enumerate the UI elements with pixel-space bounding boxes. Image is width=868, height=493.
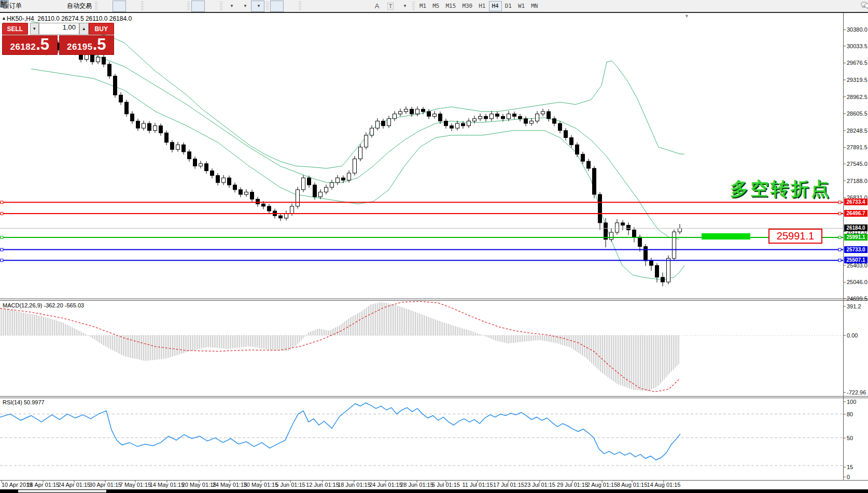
price-tick-label: 27545.0 <box>847 161 867 167</box>
fibonacci-button[interactable]: F <box>357 1 370 12</box>
toolbar-grip[interactable] <box>266 2 269 11</box>
autotrade-button[interactable]: 自动交易 <box>64 1 93 12</box>
new-chart-button[interactable]: ▼ <box>224 1 237 12</box>
candlestick-button[interactable] <box>113 1 126 12</box>
chevron-down-icon: ▼ <box>257 4 261 8</box>
line-chart-button[interactable] <box>126 1 139 12</box>
template-button[interactable]: ▼ <box>251 1 264 12</box>
zoom-out-button[interactable] <box>159 1 172 12</box>
profile-button[interactable] <box>37 1 50 12</box>
toolbar-grip[interactable] <box>220 2 222 11</box>
text-icon: A <box>375 2 380 10</box>
sell-button[interactable]: SELL <box>2 23 28 35</box>
date-label: 24 Apr 01:15 <box>58 482 90 488</box>
macd-tick-label: -722.96 <box>847 389 866 396</box>
chevron-down-icon: ▼ <box>243 4 247 8</box>
timeframe-h4[interactable]: H4 <box>489 1 502 11</box>
price-level-badge: 25991.1 <box>844 234 867 241</box>
autoscroll-button[interactable] <box>191 1 205 12</box>
toolbar-grip[interactable] <box>299 2 301 11</box>
date-label: 2 Aug 01:15 <box>587 482 618 488</box>
timeframe-m30[interactable]: M30 <box>459 1 475 11</box>
label-icon: T <box>387 3 394 10</box>
zoom-in-button[interactable] <box>145 1 159 12</box>
toolbar-grip[interactable] <box>95 2 97 11</box>
toolbar-grip[interactable] <box>412 2 415 11</box>
buy-button[interactable]: BUY <box>89 23 115 35</box>
turning-point-annotation[interactable]: 多空转折点 <box>730 177 831 201</box>
price-tick-label: 29676.5 <box>847 60 867 66</box>
toolbar-grip[interactable] <box>187 2 190 11</box>
taskbar[interactable] <box>0 489 868 493</box>
buy-price-main: 26195 <box>67 42 93 52</box>
timeframe-group: M1M5M15M30H1H4D1W1MN <box>416 1 541 11</box>
price-tick-label: 30033.5 <box>847 43 867 49</box>
arrows-button[interactable]: ▼ <box>397 1 411 12</box>
tile-windows-button[interactable] <box>172 1 186 12</box>
layers-button[interactable] <box>23 1 37 12</box>
crosshair-button[interactable] <box>284 1 297 12</box>
chevron-down-icon: ▼ <box>403 4 407 8</box>
volume-field[interactable]: 1.00 <box>39 23 79 35</box>
timeframe-m15[interactable]: M15 <box>443 1 459 11</box>
rsi-indicator-label: RSI(14) 50.9977 <box>3 399 45 405</box>
price-tick-label: 30380.0 <box>847 26 867 33</box>
text-button[interactable]: A <box>370 1 384 12</box>
bar-chart-button[interactable] <box>99 1 113 12</box>
trendline-button[interactable] <box>330 1 343 12</box>
signal-button[interactable] <box>50 1 64 12</box>
buy-price-pips: .5 <box>93 37 106 52</box>
volume-spin-down[interactable]: ▼ <box>30 23 39 35</box>
date-label: 5 Jun 01:15 <box>275 482 305 488</box>
taskbar-item[interactable] <box>18 490 106 492</box>
cursor-button[interactable] <box>270 1 284 12</box>
price-level-badge: 26184.0 <box>844 224 867 231</box>
level-value-box[interactable]: 25991.1 <box>768 229 822 244</box>
date-label: 11 Jul 01:15 <box>462 482 493 488</box>
date-label: 24 May 01:15 <box>213 482 247 488</box>
sell-price[interactable]: 26182 .5 <box>2 35 58 55</box>
sell-price-main: 26182 <box>10 42 36 52</box>
price-tick-label: 27891.5 <box>847 144 867 150</box>
date-label: 14 Aug 01:15 <box>647 482 681 488</box>
price-tick-label: 28248.5 <box>847 128 867 134</box>
main-toolbar: 新订单 自动交易 <box>0 0 868 13</box>
channel-button[interactable]: E <box>343 1 357 12</box>
macd-tick-label: 391.2 <box>847 303 861 309</box>
timeframe-h1[interactable]: H1 <box>475 1 488 11</box>
timeframe-mn[interactable]: MN <box>528 1 541 11</box>
horizontal-line-button[interactable] <box>316 1 330 12</box>
buy-price[interactable]: 26195 .5 <box>59 35 115 55</box>
vertical-line-button[interactable] <box>303 1 316 12</box>
timeframe-w1[interactable]: W1 <box>515 1 528 11</box>
price-level-badge: 25733.0 <box>844 246 867 253</box>
price-tick-label: 25046.0 <box>847 279 867 285</box>
periods-button[interactable]: ▼ <box>237 1 251 12</box>
date-label: 7 May 01:15 <box>120 482 151 488</box>
date-label: 18 Jun 01:15 <box>338 482 371 488</box>
price-tick-label: 28962.5 <box>847 94 867 100</box>
chart-shift-button[interactable] <box>205 1 218 12</box>
price-level-badge: 25507.1 <box>844 257 867 263</box>
date-label: 23 Jul 01:15 <box>524 482 555 488</box>
label-button[interactable]: T <box>384 1 397 12</box>
chart-shift-marker[interactable]: ▼ <box>684 13 689 19</box>
price-level-badge: 26496.7 <box>844 210 867 217</box>
price-tick-label: 28605.5 <box>847 110 867 117</box>
timeframe-d1[interactable]: D1 <box>502 1 515 11</box>
price-level-badge: 26733.4 <box>844 199 867 205</box>
symbol-period: HK50-,H4 <box>7 15 34 22</box>
header-collapse-toggle[interactable]: ▲ <box>2 16 6 21</box>
rsi-tick-label: 15 <box>847 464 853 470</box>
toolbar-grip[interactable] <box>141 2 144 11</box>
volume-spin-up[interactable]: ▲ <box>79 23 89 35</box>
date-label: 29 Jul 01:15 <box>557 482 588 488</box>
date-label: 20 May 01:15 <box>182 482 217 488</box>
chart-overlay: ▲ HK50-,H4 26110.0 26274.5 26110.0 26184… <box>0 0 868 493</box>
autotrade-label: 自动交易 <box>67 2 92 10</box>
date-label: 16 Apr 01:15 <box>27 482 59 488</box>
timeframe-m1[interactable]: M1 <box>416 1 429 11</box>
date-label: 30 Apr 01:15 <box>89 482 121 488</box>
timeframe-m5[interactable]: M5 <box>429 1 442 11</box>
price-tick-label: 29319.5 <box>847 77 867 83</box>
